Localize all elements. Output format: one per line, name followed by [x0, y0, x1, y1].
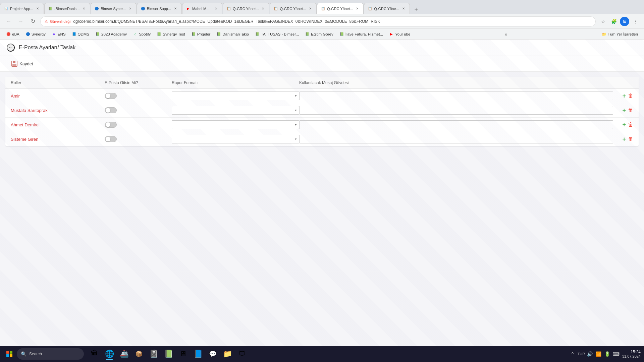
delete-button-sisteme[interactable]: 🗑 — [628, 136, 633, 142]
tab-close-qgrc2[interactable]: ✕ — [308, 6, 313, 11]
extension-button[interactable]: 🧩 — [609, 17, 619, 26]
tab-close-synergy[interactable]: ✕ — [127, 6, 133, 11]
rapor-select-amir[interactable] — [172, 92, 299, 100]
mesaj-input-amir[interactable] — [299, 92, 613, 100]
bookmark-youtube[interactable]: ▶ YouTube — [386, 31, 413, 38]
page-back-icon: ← — [8, 45, 13, 51]
tray-keyboard-icon[interactable]: ⌨ — [613, 351, 620, 357]
tray-network-icon[interactable]: 📶 — [595, 351, 602, 357]
tab-qgrc2[interactable]: 📋 Q-GRC Yönet... ✕ — [270, 3, 316, 14]
role-name-sisteme[interactable]: Sisteme Giren — [11, 137, 105, 142]
tab-close-bimsersupp[interactable]: ✕ — [173, 6, 178, 11]
bookmarks-folder[interactable]: 📁 Tüm Yer İşaretleri — [599, 31, 641, 38]
tab-close-qgrc4[interactable]: ✕ — [401, 6, 406, 11]
bookmark-synergy[interactable]: 🔵 Synergy — [23, 31, 48, 38]
tray-language[interactable]: TUR — [578, 351, 585, 357]
add-button-amir[interactable]: + — [622, 93, 626, 99]
mesaj-input-mustafa[interactable] — [299, 106, 613, 115]
search-placeholder: Search — [29, 352, 42, 356]
tab-close-projeler[interactable]: ✕ — [35, 6, 40, 11]
bookmark-tai[interactable]: 📗 TAİ TUSAŞ - Bimser... — [252, 31, 302, 38]
bookmark-ilave[interactable]: 📗 İlave Fatura. Hizmet... — [337, 31, 386, 38]
tab-bimsersupp[interactable]: 🔵 Bimser Supp... ✕ — [137, 3, 182, 14]
toggle-ahmet[interactable] — [105, 122, 172, 128]
mesaj-input-sisteme[interactable] — [299, 135, 613, 143]
delete-button-ahmet[interactable]: 🗑 — [628, 122, 633, 127]
taskbar-app-shipapp[interactable]: 🚢 — [117, 347, 131, 361]
role-name-mustafa[interactable]: Mustafa Sarıtoprak — [11, 108, 105, 113]
bookmark-favicon-danismantakip: 📗 — [216, 32, 221, 37]
delete-button-amir[interactable]: 🗑 — [628, 93, 633, 99]
tray-sound-icon[interactable]: 🔊 — [587, 351, 593, 357]
rapor-select-sisteme[interactable] — [172, 135, 299, 143]
save-button[interactable]: Kaydet — [7, 59, 38, 69]
bookmark-synergytest[interactable]: 📗 Synergy Test — [154, 31, 187, 38]
tray-chevron-icon[interactable]: ^ — [569, 351, 576, 357]
tab-bimserda[interactable]: 📗 -BimserDanis... ✕ — [44, 3, 90, 14]
rapor-select-mustafa[interactable] — [172, 106, 299, 115]
reload-button[interactable]: ↻ — [28, 17, 38, 26]
forward-button[interactable]: → — [16, 17, 25, 26]
tab-close-qgrc1[interactable]: ✕ — [260, 6, 266, 11]
add-button-mustafa[interactable]: + — [622, 107, 626, 113]
role-name-ahmet[interactable]: Ahmet Demirel — [11, 122, 105, 127]
taskbar-app-teams[interactable]: 💬 — [206, 347, 219, 361]
taskbar-app-security[interactable]: 🛡 — [235, 347, 249, 361]
bookmark-projeler[interactable]: 📗 Projeler — [189, 31, 213, 38]
taskbar-app-terminal[interactable]: 🖥 — [176, 347, 190, 361]
rapor-dropdown-mustafa[interactable] — [172, 106, 299, 115]
rapor-select-ahmet[interactable] — [172, 120, 299, 129]
delete-button-mustafa[interactable]: 🗑 — [628, 108, 633, 113]
taskbar-clock[interactable]: 15:24 31.07.2024 — [622, 350, 641, 358]
tab-qgrc4[interactable]: 📋 Q-GRC Yöne... ✕ — [364, 3, 410, 14]
rapor-dropdown-ahmet[interactable] — [172, 120, 299, 129]
taskbar-app-onenote[interactable]: 📓 — [147, 347, 160, 361]
taskbar-app-fileexplorer[interactable]: 🏛 — [88, 347, 101, 361]
taskbar-app-chrome[interactable]: 🌐 — [103, 347, 116, 361]
new-tab-button[interactable]: + — [412, 5, 421, 14]
rapor-dropdown-sisteme[interactable] — [172, 135, 299, 143]
add-button-ahmet[interactable]: + — [622, 122, 626, 128]
tab-close-qgrc3[interactable]: ✕ — [355, 6, 360, 11]
add-button-sisteme[interactable]: + — [622, 136, 626, 142]
page-back-button[interactable]: ← — [7, 44, 15, 52]
start-button[interactable] — [3, 348, 15, 360]
toggle-sisteme[interactable] — [105, 136, 172, 142]
toggle-amir[interactable] — [105, 93, 172, 99]
bookmark-spotify[interactable]: ♫ Spotify — [130, 31, 153, 38]
bookmark-star-button[interactable]: ☆ — [598, 17, 608, 26]
tray-battery-icon[interactable]: 🔋 — [604, 351, 611, 357]
address-input[interactable]: ⚠ Güvenli değil qgrcdemo.bimser.com.tr/Q… — [40, 16, 596, 26]
bookmark-eba[interactable]: 🔴 eBA — [3, 31, 22, 38]
toggle-mustafa[interactable] — [105, 107, 172, 113]
tab-mabel[interactable]: ▶ Mabel M... ✕ — [182, 3, 222, 14]
mesaj-input-ahmet[interactable] — [299, 120, 613, 129]
bookmark-qdms[interactable]: 📘 QDMS — [69, 31, 92, 38]
bookmark-2023[interactable]: 📗 2023 Academy — [93, 31, 129, 38]
tab-synergy[interactable]: 🔵 Bimser Syner... ✕ — [91, 3, 137, 14]
bookmark-egitim[interactable]: 📗 Eğitim Görev — [302, 31, 336, 38]
rapor-dropdown-amir[interactable] — [172, 92, 299, 100]
row-actions-mustafa: + 🗑 — [613, 107, 633, 113]
toggle-switch-sisteme[interactable] — [105, 136, 117, 142]
tab-qgrc1[interactable]: 📋 Q-GRC Yönet... ✕ — [223, 3, 269, 14]
taskbar-app-teams-icon[interactable]: 📦 — [132, 347, 146, 361]
back-button[interactable]: ← — [4, 17, 13, 26]
bookmarks-more-button[interactable]: » — [503, 31, 509, 38]
bookmark-danismantakip[interactable]: 📗 DanismanTakip — [214, 31, 252, 38]
bookmark-ens[interactable]: ◆ ENS — [49, 31, 68, 38]
tab-close-bimserda[interactable]: ✕ — [81, 6, 87, 11]
menu-button[interactable]: ⋮ — [631, 17, 640, 26]
tab-projeler[interactable]: 📊 Projeler App... ✕ — [0, 3, 44, 14]
toggle-switch-mustafa[interactable] — [105, 107, 117, 113]
tab-close-mabel[interactable]: ✕ — [213, 6, 219, 11]
taskbar-search[interactable]: 🔍 Search — [17, 348, 84, 360]
taskbar-app-word[interactable]: 📘 — [191, 347, 205, 361]
role-name-amir[interactable]: Amir — [11, 94, 105, 99]
toggle-switch-ahmet[interactable] — [105, 122, 117, 128]
toggle-switch-amir[interactable] — [105, 93, 117, 99]
account-button[interactable]: E — [620, 17, 629, 26]
taskbar-app-files[interactable]: 📁 — [221, 347, 234, 361]
taskbar-app-excel[interactable]: 📗 — [162, 347, 175, 361]
tab-qgrc3-active[interactable]: 📋 Q-GRC Yönet... ✕ — [317, 3, 364, 14]
